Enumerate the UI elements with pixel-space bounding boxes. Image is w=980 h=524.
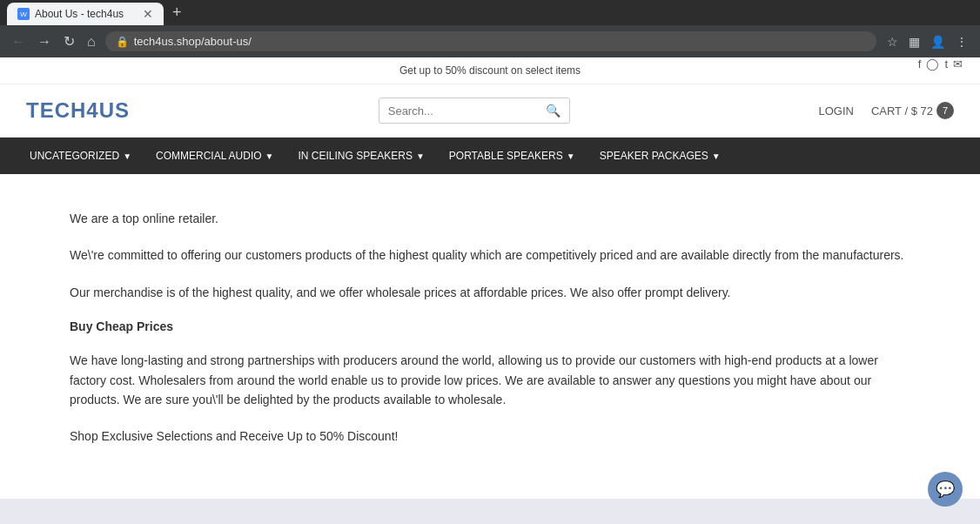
nav-speaker-packages[interactable]: SPEAKER PACKAGES ▼	[587, 138, 733, 174]
site-footer: VISA PayPal stripe ⚫⚫ CASH ONDELIVERY AB…	[0, 499, 980, 524]
tab-favicon: W	[17, 8, 30, 20]
nav-commercial-audio-arrow: ▼	[265, 151, 274, 161]
nav-speaker-packages-arrow: ▼	[712, 151, 721, 161]
chat-icon: 💬	[936, 480, 955, 499]
about-para-4: We have long-lasting and strong partners…	[70, 351, 910, 409]
refresh-button[interactable]: ↻	[61, 30, 77, 52]
address-field[interactable]: 🔒 tech4us.shop/about-us/	[105, 31, 876, 51]
new-tab-button[interactable]: +	[165, 0, 189, 25]
nav-speaker-packages-label: SPEAKER PACKAGES	[600, 150, 708, 162]
nav-commercial-audio[interactable]: COMMERCIAL AUDIO ▼	[144, 138, 285, 174]
about-para-3: Our merchandise is of the highest qualit…	[70, 283, 910, 302]
profile-icon[interactable]: 👤	[927, 31, 949, 52]
active-tab[interactable]: W About Us - tech4us ✕	[7, 3, 164, 25]
about-para-1: We are a top online retailer.	[70, 209, 910, 228]
tab-close-button[interactable]: ✕	[143, 8, 153, 20]
instagram-icon[interactable]: ◯	[926, 57, 939, 71]
nav-in-ceiling-speakers[interactable]: IN CEILING SPEAKERS ▼	[286, 138, 437, 174]
site-header: TECH4US 🔍 LOGIN CART / $ 72 7	[0, 84, 980, 138]
nav-in-ceiling-speakers-label: IN CEILING SPEAKERS	[299, 150, 413, 162]
social-icons: f ◯ t ✉	[918, 57, 963, 71]
browser-toolbar-icons: ☆ ▦ 👤 ⋮	[883, 31, 971, 52]
nav-uncategorized-label: UNCATEGORIZED	[30, 150, 119, 162]
site-logo[interactable]: TECH4US	[26, 98, 130, 123]
tab-bar: W About Us - tech4us ✕ +	[0, 0, 980, 25]
login-link[interactable]: LOGIN	[818, 104, 853, 118]
back-button[interactable]: ←	[9, 31, 28, 52]
main-content: We are a top online retailer. We\'re com…	[0, 174, 980, 499]
search-input[interactable]	[388, 104, 540, 118]
twitter-icon[interactable]: t	[944, 57, 948, 71]
facebook-icon[interactable]: f	[918, 57, 922, 71]
cart-count-badge: 7	[936, 102, 954, 119]
email-icon[interactable]: ✉	[953, 57, 963, 71]
nav-uncategorized[interactable]: UNCATEGORIZED ▼	[17, 138, 144, 174]
search-box[interactable]: 🔍	[379, 97, 570, 124]
about-para-2: We\'re committed to offering our custome…	[70, 245, 910, 265]
chat-widget[interactable]: 💬	[928, 472, 963, 507]
url-text: tech4us.shop/about-us/	[134, 35, 252, 48]
forward-button[interactable]: →	[35, 31, 54, 52]
cart-area[interactable]: CART / $ 72 7	[871, 102, 954, 119]
about-heading: Buy Cheap Prices	[70, 319, 910, 333]
nav-portable-speakers-label: PORTABLE SPEAKERS	[449, 150, 563, 162]
nav-uncategorized-arrow: ▼	[123, 151, 131, 161]
nav-in-ceiling-speakers-arrow: ▼	[416, 151, 425, 161]
promo-text: Get up to 50% discount on select items	[17, 64, 963, 77]
browser-chrome: W About Us - tech4us ✕ + ← → ↻ ⌂ 🔒 tech4…	[0, 0, 980, 57]
secure-icon: 🔒	[116, 36, 129, 48]
about-para-5: Shop Exclusive Selections and Receive Up…	[70, 427, 910, 446]
extensions-icon[interactable]: ▦	[905, 31, 923, 52]
nav-portable-speakers[interactable]: PORTABLE SPEAKERS ▼	[437, 138, 587, 174]
search-icon[interactable]: 🔍	[546, 104, 560, 118]
address-bar: ← → ↻ ⌂ 🔒 tech4us.shop/about-us/ ☆ ▦ 👤 ⋮	[0, 25, 980, 57]
nav-portable-speakers-arrow: ▼	[567, 151, 575, 161]
header-right: LOGIN CART / $ 72 7	[818, 102, 954, 119]
tab-title: About Us - tech4us	[35, 8, 138, 20]
site-nav: UNCATEGORIZED ▼ COMMERCIAL AUDIO ▼ IN CE…	[0, 138, 980, 174]
home-button[interactable]: ⌂	[84, 31, 98, 52]
cart-label: CART / $ 72	[871, 104, 933, 118]
more-options-icon[interactable]: ⋮	[952, 31, 971, 52]
bookmark-icon[interactable]: ☆	[883, 31, 902, 52]
nav-commercial-audio-label: COMMERCIAL AUDIO	[156, 150, 262, 162]
promo-banner: Get up to 50% discount on select items f…	[0, 57, 980, 84]
